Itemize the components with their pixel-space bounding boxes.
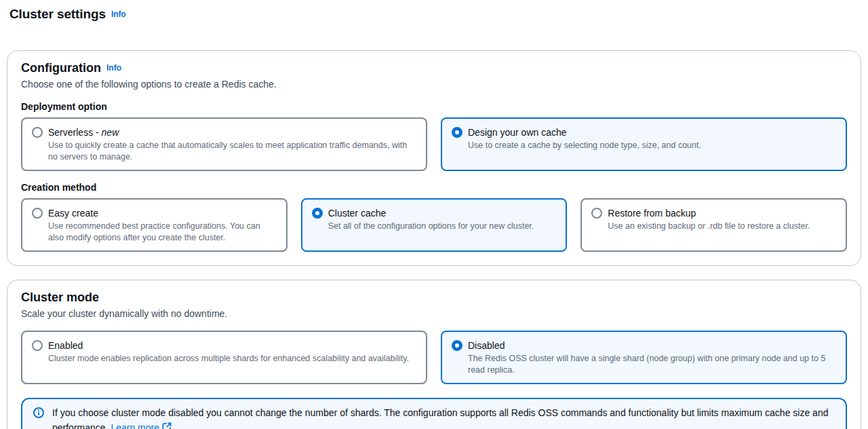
tile-description: Set all of the configuration options for… [328,221,534,232]
tile-description: The Redis OSS cluster will have a single… [468,353,836,376]
tile-content: Enabled Cluster mode enables replication… [48,339,409,365]
radio-icon[interactable] [452,127,462,138]
tile-description: Use to create a cache by selecting node … [468,140,701,151]
tile-content: Disabled The Redis OSS cluster will have… [468,339,836,376]
learn-more-link[interactable]: Learn more [111,422,159,429]
tile-cluster-mode-enabled[interactable]: Enabled Cluster mode enables replication… [21,331,427,384]
tile-title: Design your own cache [468,126,701,139]
radio-icon[interactable] [452,340,462,351]
tile-content: Easy create Use recommended best practic… [48,206,277,244]
tile-title: Cluster cache [328,206,534,220]
tile-description: Use recommended best practice configurat… [48,221,277,244]
deployment-option-tiles: Serverless - new Use to quickly create a… [21,117,847,171]
tile-title: Serverless - new [48,126,416,139]
configuration-title-text: Configuration [21,61,101,75]
creation-method-tiles: Easy create Use recommended best practic… [21,198,847,252]
page-title: Cluster settingsInfo [9,7,861,22]
creation-method-label: Creation method [21,182,847,193]
tile-cluster-mode-disabled[interactable]: Disabled The Redis OSS cluster will have… [441,331,847,384]
tile-title-text: Serverless - [48,127,102,138]
tile-content: Design your own cache Use to create a ca… [468,126,701,151]
tile-design-your-own-cache[interactable]: Design your own cache Use to create a ca… [441,117,847,171]
tile-content: Serverless - new Use to quickly create a… [48,126,416,163]
tile-description: Use to quickly create a cache that autom… [48,140,416,163]
external-link-icon [162,423,172,429]
tile-description: Cluster mode enables replication across … [48,353,409,365]
configuration-description: Choose one of the following options to c… [21,78,847,90]
tile-content: Cluster cache Set all of the configurati… [328,206,534,232]
radio-icon[interactable] [32,340,43,351]
tile-serverless[interactable]: Serverless - new Use to quickly create a… [21,117,427,171]
radio-icon[interactable] [32,127,43,138]
alert-text: If you choose cluster mode disabled you … [52,405,835,429]
tile-title: Restore from backup [608,206,810,220]
radio-icon[interactable] [591,208,602,219]
configuration-title: ConfigurationInfo [21,61,847,75]
tile-cluster-cache[interactable]: Cluster cache Set all of the configurati… [301,198,568,252]
cluster-mode-description: Scale your cluster dynamically with no d… [21,307,847,320]
page-title-text: Cluster settings [9,7,106,21]
tile-restore-from-backup[interactable]: Restore from backup Use an existing back… [580,198,847,252]
configuration-card: ConfigurationInfo Choose one of the foll… [7,50,861,266]
tile-title: Enabled [48,339,409,352]
tile-title: Disabled [468,339,836,352]
configuration-info-link[interactable]: Info [106,63,121,73]
cluster-mode-tiles: Enabled Cluster mode enables replication… [21,331,847,384]
info-icon [33,407,44,421]
page-info-link[interactable]: Info [111,10,126,19]
tile-easy-create[interactable]: Easy create Use recommended best practic… [21,198,288,252]
radio-icon[interactable] [312,208,323,219]
cluster-mode-title: Cluster mode [21,291,847,305]
tile-title-em: new [102,127,119,138]
tile-description: Use an existing backup or .rdb file to r… [608,221,810,232]
info-alert: If you choose cluster mode disabled you … [21,398,847,429]
tile-title: Easy create [48,206,277,220]
radio-icon[interactable] [32,208,43,219]
tile-content: Restore from backup Use an existing back… [608,206,810,232]
cluster-mode-card: Cluster mode Scale your cluster dynamica… [7,280,861,429]
deployment-option-label: Deployment option [21,101,847,112]
